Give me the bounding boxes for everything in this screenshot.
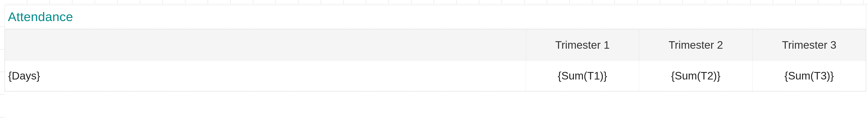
row-label-days[interactable]: {Days} [5, 60, 526, 91]
ruler-top [4, 0, 868, 4]
header-trimester-1[interactable]: Trimester 1 [526, 30, 639, 60]
report-design-canvas[interactable]: Attendance Trimester 1 Trimester 2 Trime… [4, 4, 868, 125]
ruler-left [0, 4, 4, 125]
section-header-container[interactable]: Attendance [4, 5, 866, 28]
header-blank-cell[interactable] [5, 30, 526, 60]
attendance-table-container[interactable]: Trimester 1 Trimester 2 Trimester 3 {Day… [4, 29, 866, 92]
header-trimester-3[interactable]: Trimester 3 [752, 30, 866, 60]
attendance-table[interactable]: Trimester 1 Trimester 2 Trimester 3 {Day… [5, 29, 866, 91]
table-header-row[interactable]: Trimester 1 Trimester 2 Trimester 3 [5, 30, 866, 60]
header-trimester-2[interactable]: Trimester 2 [639, 30, 752, 60]
table-data-row[interactable]: {Days} {Sum(T1)} {Sum(T2)} {Sum(T3)} [5, 60, 866, 91]
cell-sum-t2[interactable]: {Sum(T2)} [639, 60, 752, 91]
section-title[interactable]: Attendance [5, 5, 866, 28]
cell-sum-t1[interactable]: {Sum(T1)} [526, 60, 639, 91]
cell-sum-t3[interactable]: {Sum(T3)} [752, 60, 866, 91]
